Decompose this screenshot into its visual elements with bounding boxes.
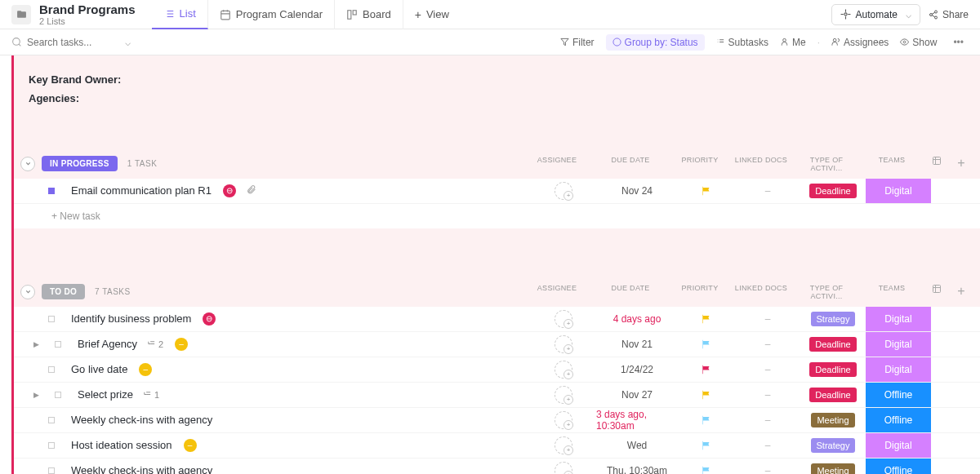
folder-icon[interactable]: [11, 5, 31, 24]
activity-cell[interactable]: Strategy: [800, 433, 866, 458]
attachment-icon[interactable]: [246, 184, 256, 197]
linked-docs-cell[interactable]: –: [735, 332, 800, 357]
assignees-button[interactable]: Assignees: [831, 37, 889, 48]
svg-point-5: [929, 13, 932, 16]
assignee-cell[interactable]: [531, 383, 596, 407]
task-status-square[interactable]: [48, 366, 55, 373]
me-button[interactable]: Me: [780, 37, 806, 48]
activity-cell[interactable]: Deadline: [800, 332, 866, 357]
priority-cell[interactable]: [678, 433, 735, 458]
status-pill[interactable]: TO DO: [42, 284, 85, 299]
filter-button[interactable]: Filter: [560, 37, 595, 48]
task-row[interactable]: ▶Select prize1 Nov 27 – Deadline Offline: [14, 383, 980, 408]
teams-cell[interactable]: Offline: [866, 408, 931, 432]
due-date-cell[interactable]: 1/24/22: [596, 357, 678, 382]
more-menu[interactable]: •••: [948, 37, 969, 48]
task-row[interactable]: Identify business problem⊖ 4 days ago – …: [14, 307, 980, 332]
teams-cell[interactable]: Digital: [866, 433, 931, 458]
teams-cell[interactable]: Offline: [866, 383, 931, 407]
due-date-cell[interactable]: Wed: [596, 433, 678, 458]
svg-point-9: [783, 38, 786, 42]
due-date-cell[interactable]: 3 days ago, 10:30am: [596, 408, 678, 432]
assignee-cell[interactable]: [531, 433, 596, 458]
task-row[interactable]: Email communication plan R1⊖ Nov 24 – De…: [14, 179, 980, 204]
page-title[interactable]: Brand Programs: [39, 2, 136, 16]
subtask-count[interactable]: 1: [143, 390, 159, 400]
activity-cell[interactable]: Meeting: [800, 408, 866, 432]
teams-cell[interactable]: Digital: [866, 357, 931, 382]
task-status-square[interactable]: [55, 341, 61, 348]
linked-docs-cell[interactable]: –: [735, 458, 800, 474]
linked-docs-cell[interactable]: –: [735, 307, 800, 331]
assignee-cell[interactable]: [531, 307, 596, 331]
task-row[interactable]: ▶Brief Agency2– Nov 21 – Deadline Digita…: [14, 332, 980, 357]
tab-list[interactable]: List: [152, 0, 208, 29]
task-status-square[interactable]: [48, 417, 55, 423]
show-button[interactable]: Show: [900, 37, 937, 48]
tab-add-view[interactable]: + View: [403, 0, 461, 29]
blocked-badge[interactable]: ⊖: [203, 312, 216, 326]
task-status-square[interactable]: [48, 316, 55, 322]
linked-docs-cell[interactable]: –: [735, 357, 800, 382]
assignee-cell[interactable]: [531, 357, 596, 382]
linked-docs-cell[interactable]: –: [735, 408, 800, 432]
teams-cell[interactable]: Digital: [866, 307, 931, 331]
activity-cell[interactable]: Deadline: [800, 383, 866, 407]
group-by-button[interactable]: Group by: Status: [606, 34, 705, 51]
priority-cell[interactable]: [678, 383, 735, 407]
new-task-button[interactable]: + New task: [14, 204, 980, 228]
priority-cell[interactable]: [678, 458, 735, 474]
warning-badge[interactable]: –: [139, 363, 152, 376]
teams-cell[interactable]: Digital: [866, 332, 931, 357]
task-status-square[interactable]: [55, 392, 61, 398]
activity-cell[interactable]: Strategy: [800, 307, 866, 331]
priority-cell[interactable]: [678, 332, 735, 357]
blocked-badge[interactable]: ⊖: [223, 184, 236, 197]
assignee-cell[interactable]: [531, 332, 596, 357]
task-status-square[interactable]: [48, 467, 55, 474]
chevron-down-icon[interactable]: ⌵: [125, 37, 131, 48]
subtasks-button[interactable]: Subtasks: [716, 37, 768, 48]
filter-label: Filter: [572, 37, 595, 48]
task-status-square[interactable]: [48, 188, 55, 194]
tab-board[interactable]: Board: [335, 0, 403, 29]
activity-cell[interactable]: Meeting: [800, 458, 866, 474]
due-date-cell[interactable]: Nov 21: [596, 332, 678, 357]
priority-cell[interactable]: [678, 408, 735, 432]
expand-caret[interactable]: ▶: [33, 391, 42, 399]
due-date-cell[interactable]: 4 days ago: [596, 307, 678, 331]
warning-badge[interactable]: –: [184, 439, 197, 452]
activity-cell[interactable]: Deadline: [800, 179, 866, 203]
priority-cell[interactable]: [678, 357, 735, 382]
task-row[interactable]: Host ideation session– Wed – Strategy Di…: [14, 433, 980, 458]
task-row[interactable]: Weekly check-ins with agency 3 days ago,…: [14, 408, 980, 433]
status-pill[interactable]: IN PROGRESS: [42, 156, 118, 171]
expand-caret[interactable]: ▶: [33, 340, 42, 348]
due-date-cell[interactable]: Nov 27: [596, 383, 678, 407]
linked-docs-cell[interactable]: –: [735, 179, 800, 203]
priority-cell[interactable]: [678, 179, 735, 203]
collapse-toggle[interactable]: [20, 285, 35, 299]
linked-docs-cell[interactable]: –: [735, 383, 800, 407]
tab-calendar[interactable]: Program Calendar: [208, 0, 335, 29]
teams-cell[interactable]: Offline: [866, 458, 931, 474]
warning-badge[interactable]: –: [175, 338, 188, 351]
collapse-toggle[interactable]: [20, 157, 35, 171]
automate-button[interactable]: Automate ⌵: [831, 4, 920, 25]
search-input[interactable]: [27, 37, 117, 48]
teams-cell[interactable]: Digital: [866, 179, 931, 203]
assignee-cell[interactable]: [531, 458, 596, 474]
linked-docs-cell[interactable]: –: [735, 433, 800, 458]
activity-cell[interactable]: Deadline: [800, 357, 866, 382]
assignee-cell[interactable]: [531, 408, 596, 432]
task-row[interactable]: Weekly check-ins with agency Thu, 10:30a…: [14, 458, 980, 474]
task-status-square[interactable]: [48, 442, 55, 449]
priority-cell[interactable]: [678, 307, 735, 331]
due-date-cell[interactable]: Nov 24: [596, 179, 678, 203]
due-date-cell[interactable]: Thu, 10:30am: [596, 458, 678, 474]
task-row[interactable]: Go live date– 1/24/22 – Deadline Digital: [14, 357, 980, 383]
search-box[interactable]: ⌵: [11, 37, 142, 48]
share-button[interactable]: Share: [929, 9, 969, 20]
subtask-count[interactable]: 2: [147, 339, 163, 349]
assignee-cell[interactable]: [531, 179, 596, 203]
